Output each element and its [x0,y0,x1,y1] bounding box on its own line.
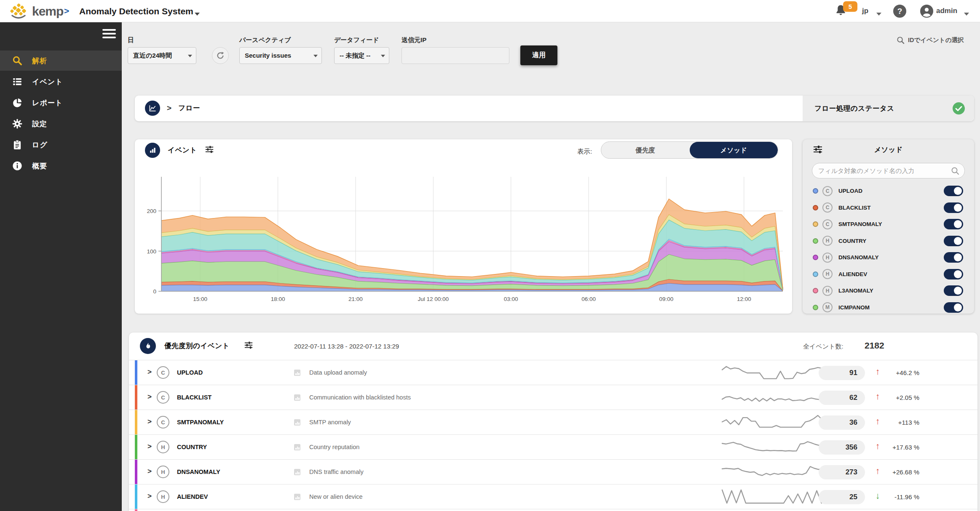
method-search-input[interactable] [812,163,965,178]
sliders-icon [205,145,214,154]
method-name: BLACKLIST [177,394,212,401]
trend-arrow-icon: ↑ [871,367,884,377]
sidebar-item-clipboard[interactable]: ログ [0,135,122,155]
method-color-dot [813,288,818,293]
toggle-priority[interactable]: 優先度 [601,142,690,158]
user-dropdown[interactable] [964,10,969,17]
search-icon [897,36,905,44]
method-enable-toggle[interactable] [944,252,963,263]
method-list-item[interactable]: C UPLOAD [803,183,974,200]
event-description: New or alien device [309,493,363,500]
trend-arrow-icon: ↑ [871,466,884,476]
priority-filter-button[interactable] [244,341,253,351]
events-filter-button[interactable] [205,145,214,156]
trend-sparkline [720,438,828,456]
events-header: イベント [145,143,214,158]
event-count-badge: 62 [819,391,865,405]
sidebar-item-list[interactable]: イベント [0,72,122,92]
expand-row-button[interactable]: > [147,467,152,476]
flow-card: > フロー フロー処理のステータス [135,96,974,121]
priority-event-row[interactable]: > H DNSANOMALY DNS traffic anomaly 273 ↑… [129,459,977,484]
sliders-icon [244,341,253,350]
sidebar-item-info[interactable]: 概要 [0,156,122,176]
page-title: Anomaly Detection System [79,6,193,16]
expand-row-button[interactable]: > [147,418,152,426]
method-list-item[interactable]: C SMTPANOMALY [803,216,974,233]
trend-sparkline [720,413,828,431]
row-color-bar [135,484,137,509]
expand-row-button[interactable]: > [147,442,152,451]
priority-title: 優先度別のイベント [164,341,230,351]
title-dropdown[interactable] [195,10,200,17]
data-feed-select[interactable]: -- 未指定 -- [334,47,389,64]
method-name: L3ANOMALY [838,287,944,294]
sidebar-item-pie[interactable]: レポート [0,93,122,113]
method-list-item[interactable]: C BLACKLIST [803,200,974,216]
source-ip-input[interactable] [402,47,509,64]
user-avatar[interactable] [920,5,933,19]
priority-event-row[interactable]: > H ALIENDEV New or alien device 25 ↓ -1… [129,484,977,509]
priority-event-row[interactable]: > C UPLOAD Data upload anomaly 91 ↑ +46.… [129,360,977,385]
priority-event-row[interactable]: > H COUNTRY Country reputation 356 ↑ +17… [129,434,977,459]
method-list-item[interactable]: H COUNTRY [803,233,974,250]
method-enable-toggle[interactable] [944,269,963,279]
events-card: 010020015:0018:0021:00Jul 12 00:0003:000… [135,139,792,314]
trend-percent: -11.96 % [886,493,919,500]
svg-text:100: 100 [147,248,156,255]
menu-toggle-button[interactable] [102,29,116,40]
select-event-by-id[interactable]: IDでイベントの選択 [897,36,964,44]
method-enable-toggle[interactable] [944,202,963,213]
method-color-dot [813,221,818,227]
expand-row-button[interactable]: > [147,492,152,500]
method-enable-toggle[interactable] [944,236,963,246]
language-selector[interactable]: jp [862,7,868,15]
refresh-button[interactable] [212,47,229,64]
methods-panel: メソッド C UPLOAD C BLACKLIST C SMTPANOMALY … [803,139,974,314]
method-enable-toggle[interactable] [944,285,963,296]
method-severity-badge: C [822,186,833,196]
event-description: SMTP anomaly [309,419,351,426]
trend-percent: +113 % [886,419,919,426]
sidebar-item-search[interactable]: 解析 [0,51,122,71]
svg-text:21:00: 21:00 [348,296,363,302]
sidebar-item-label: ログ [32,140,48,150]
date-range-select[interactable]: 直近の24時間 [128,47,196,64]
method-name: ALIENDEV [838,271,944,277]
severity-badge: H [157,490,169,503]
data-feed-value: -- 未指定 -- [340,52,370,59]
select-event-by-id-label: IDでイベントの選択 [908,36,964,44]
method-list-item[interactable]: H L3ANOMALY [803,282,974,299]
expand-row-button[interactable]: > [147,368,152,376]
toggle-method[interactable]: メソッド [690,142,778,158]
help-button[interactable]: ? [893,5,906,18]
method-severity-badge: H [822,236,833,246]
methods-panel-title: メソッド [803,145,974,154]
svg-text:Jul 12 00:00: Jul 12 00:00 [418,296,449,302]
priority-event-row-partial[interactable] [129,509,977,511]
kemp-logo[interactable]: kemp [9,3,63,20]
method-enable-toggle[interactable] [944,219,963,229]
method-enable-toggle[interactable] [944,186,963,196]
method-list-item[interactable]: H ALIENDEV [803,266,974,283]
mini-chart-icon [294,444,300,450]
notification-count-badge[interactable]: 5 [843,1,857,12]
display-mode-toggle: 優先度 メソッド [601,141,778,159]
perspective-select[interactable]: Security issues [239,47,322,64]
expand-flow-button[interactable]: > [167,104,171,113]
priority-event-row[interactable]: > C BLACKLIST Communication with blackli… [129,385,977,410]
method-severity-badge: M [822,302,833,312]
row-color-bar [135,360,137,385]
trend-arrow-icon: ↑ [871,391,884,402]
apply-button[interactable]: 適用 [520,45,557,65]
method-list-item[interactable]: H DNSANOMALY [803,249,974,266]
perspective-filter-label: パースペクティブ [239,36,291,44]
priority-event-row[interactable]: > C SMTPANOMALY SMTP anomaly 36 ↑ +113 % [129,410,977,434]
method-list-item[interactable]: M ICMPANOM [803,299,974,314]
date-filter-label: 日 [128,36,134,44]
list-icon [12,76,26,87]
language-dropdown[interactable] [876,10,881,17]
sidebar-item-gear[interactable]: 設定 [0,114,122,134]
method-enable-toggle[interactable] [944,302,963,313]
expand-row-button[interactable]: > [147,393,152,401]
user-menu[interactable]: admin [936,7,957,15]
